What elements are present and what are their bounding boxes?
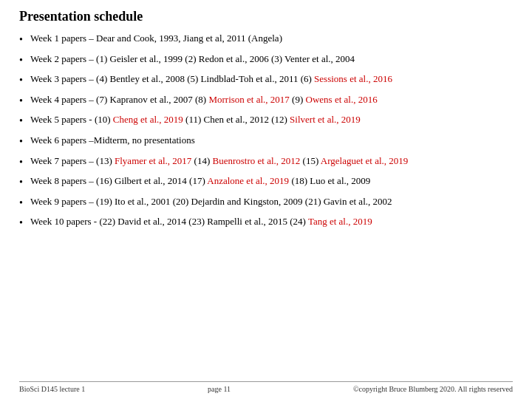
list-item: •Week 4 papers – (7) Kapranov et al., 20… (19, 93, 513, 109)
list-item: •Week 10 papers - (22) David et al., 201… (19, 215, 513, 231)
main-page: Presentation schedule •Week 1 papers – D… (0, 0, 532, 399)
list-item: •Week 8 papers – (16) Gilbert et al., 20… (19, 174, 513, 190)
list-item-text: Week 7 papers – (13) Flyamer et al., 201… (30, 154, 513, 168)
list-item-text: Week 5 papers - (10) Cheng et al., 2019 … (30, 113, 513, 126)
list-item: •Week 9 papers – (19) Ito et al., 2001 (… (19, 195, 513, 211)
list-item-text: Week 8 papers – (16) Gilbert et al., 201… (30, 174, 513, 188)
page-footer: BioSci D145 lecture 1 page 11 ©copyright… (19, 381, 513, 393)
list-item-text: Week 2 papers – (1) Geisler et al., 1999… (30, 52, 513, 66)
bullet-icon: • (19, 94, 23, 109)
footer-center: page 11 (208, 385, 231, 393)
list-item: •Week 7 papers – (13) Flyamer et al., 20… (19, 154, 513, 170)
list-item-text: Week 1 papers – Dear and Cook, 1993, Jia… (30, 32, 513, 45)
bullet-icon: • (19, 216, 23, 231)
list-item: •Week 1 papers – Dear and Cook, 1993, Ji… (19, 32, 513, 47)
page-title: Presentation schedule (19, 9, 513, 24)
list-item: •Week 5 papers - (10) Cheng et al., 2019… (19, 113, 513, 129)
footer-right: ©copyright Bruce Blumberg 2020. All righ… (353, 385, 513, 393)
bullet-icon: • (19, 53, 23, 68)
list-item: •Week 6 papers –Midterm, no presentation… (19, 134, 513, 149)
bullet-icon: • (19, 175, 23, 190)
list-item: •Week 3 papers – (4) Bentley et al., 200… (19, 72, 513, 88)
footer-left: BioSci D145 lecture 1 (19, 385, 85, 393)
bullet-icon: • (19, 73, 23, 88)
list-item-text: Week 6 papers –Midterm, no presentations (30, 134, 513, 147)
list-item-text: Week 10 papers - (22) David et al., 2014… (30, 215, 513, 228)
list-item-text: Week 3 papers – (4) Bentley et al., 2008… (30, 72, 513, 86)
bullet-icon: • (19, 155, 23, 170)
list-item-text: Week 9 papers – (19) Ito et al., 2001 (2… (30, 195, 513, 208)
bullet-icon: • (19, 134, 23, 149)
bullet-icon: • (19, 33, 23, 47)
schedule-list: •Week 1 papers – Dear and Cook, 1993, Ji… (19, 32, 513, 381)
list-item-text: Week 4 papers – (7) Kapranov et al., 200… (30, 93, 513, 106)
bullet-icon: • (19, 114, 23, 129)
list-item: •Week 2 papers – (1) Geisler et al., 199… (19, 52, 513, 68)
bullet-icon: • (19, 196, 23, 211)
